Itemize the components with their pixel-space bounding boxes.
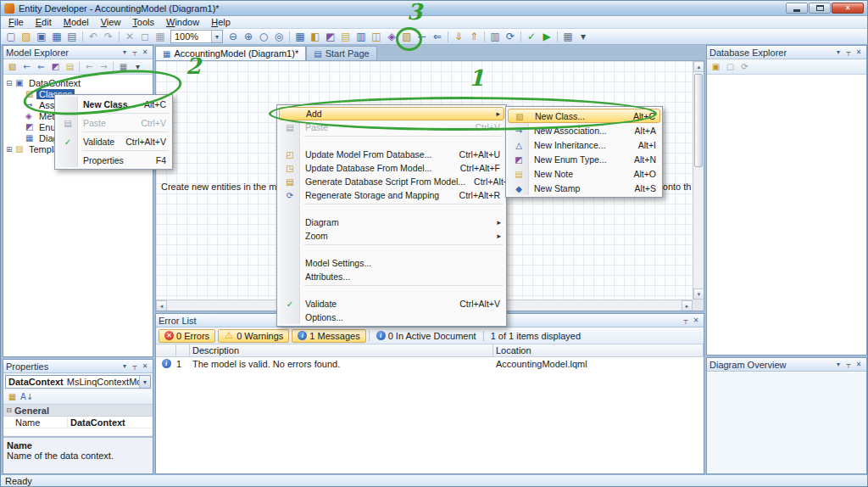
menu-item-new-stamp[interactable]: ◆ New Stamp Alt+S xyxy=(508,181,660,195)
refresh-icon[interactable]: ⟳ xyxy=(737,60,752,74)
menu-bar-item[interactable]: Help xyxy=(205,16,236,28)
close-button[interactable]: ✕ xyxy=(832,3,864,14)
scroll-down-icon[interactable]: ▾ xyxy=(693,288,704,299)
window-position-icon[interactable]: ▾ xyxy=(120,47,130,59)
close-icon[interactable]: ✕ xyxy=(854,359,864,371)
icon-column-header[interactable] xyxy=(156,344,176,356)
snap-grid-icon[interactable]: ▦ xyxy=(153,30,168,44)
collapse-icon[interactable]: ⊟ xyxy=(3,406,14,414)
menu-item-attributes[interactable]: Attributes... xyxy=(279,270,504,283)
close-icon[interactable]: ✕ xyxy=(140,361,150,372)
new-complex-type-icon[interactable]: ◧ xyxy=(308,30,323,44)
new-template-icon[interactable]: ▤ xyxy=(338,30,353,44)
messages-filter-button[interactable]: i 1 Messages xyxy=(292,329,365,343)
database-explorer-content[interactable] xyxy=(707,76,866,355)
number-column-header[interactable] xyxy=(176,344,190,356)
dropdown-arrow-icon[interactable]: ▾ xyxy=(131,60,145,74)
select-tool-icon[interactable]: ◻ xyxy=(137,30,153,44)
diagram-overview-content[interactable] xyxy=(707,372,866,473)
property-row[interactable]: Name DataContext xyxy=(3,417,153,428)
new-diagram-icon[interactable]: ▦ xyxy=(292,30,308,44)
menu-item-validate[interactable]: ✓ Validate Ctrl+Alt+V xyxy=(279,297,504,311)
alphabetical-sort-icon[interactable]: A↓ xyxy=(19,390,34,404)
menu-item-new-class[interactable]: ▧ New Class... Alt+C xyxy=(508,109,660,123)
menu-bar-item[interactable]: Model xyxy=(58,16,95,28)
vertical-scrollbar[interactable]: ▴ ▾ xyxy=(693,61,704,299)
menu-item-update-model-from-database[interactable]: ◰ Update Model From Database... Ctrl+Alt… xyxy=(279,148,504,161)
menu-item-add[interactable]: Add xyxy=(279,107,504,120)
menu-item-paste[interactable]: ▤ Paste Ctrl+V xyxy=(57,115,170,130)
menu-bar-item[interactable]: View xyxy=(95,16,127,28)
refresh-icon[interactable]: ⟳ xyxy=(503,30,518,44)
new-view-icon[interactable]: ▥ xyxy=(353,30,369,44)
layout-diagram-icon[interactable]: ▥ xyxy=(487,30,503,44)
menu-bar-item[interactable]: Edit xyxy=(30,16,58,28)
scroll-up-icon[interactable]: ▴ xyxy=(693,61,704,72)
new-association-icon[interactable]: ← xyxy=(19,60,34,74)
pin-icon[interactable]: ┬ xyxy=(681,315,691,327)
zoom-100-icon[interactable]: ○ xyxy=(256,30,271,44)
tree-item-datacontext[interactable]: ⊟ ▣ DataContext xyxy=(3,77,153,88)
open-model-icon[interactable]: ▨ xyxy=(19,30,34,44)
vertical-scroll-thumb[interactable] xyxy=(694,74,703,167)
categorized-icon[interactable]: ▦ xyxy=(5,390,19,404)
pin-icon[interactable]: ┬ xyxy=(843,47,854,59)
zoom-fit-icon[interactable]: ◎ xyxy=(271,30,287,44)
redo-icon[interactable]: ↷ xyxy=(101,30,116,44)
new-model-icon[interactable]: ▢ xyxy=(3,30,19,44)
menu-item-new-enum-type[interactable]: ◩ New Enum Type... Alt+N xyxy=(508,152,660,166)
print-icon[interactable]: ▤ xyxy=(64,30,80,44)
menu-item-regenerate-storage-and-mapping[interactable]: ⟳ Regenerate Storage and Mapping Ctrl+Al… xyxy=(279,188,504,202)
close-icon[interactable]: ✕ xyxy=(854,47,864,59)
minimize-button[interactable] xyxy=(786,3,808,14)
maximize-button[interactable] xyxy=(809,3,831,14)
zoom-dropdown-icon[interactable]: ▾ xyxy=(211,31,222,42)
zoom-in-icon[interactable]: ⊕ xyxy=(241,30,256,44)
close-icon[interactable]: ✕ xyxy=(140,47,150,59)
new-enum-type-toolbar-icon[interactable]: ◩ xyxy=(323,30,338,44)
menu-item-paste[interactable]: ▤ Paste Ctrl+V xyxy=(279,120,504,134)
new-enum-type-icon[interactable]: ◩ xyxy=(48,60,63,74)
window-position-icon[interactable]: ▾ xyxy=(833,47,843,59)
run-icon[interactable]: ▶ xyxy=(539,30,554,44)
menu-bar-item[interactable]: File xyxy=(3,16,30,28)
menu-item-new-association[interactable]: → New Association... Alt+A xyxy=(508,123,660,137)
scroll-left-icon[interactable]: ◂ xyxy=(156,300,167,311)
new-class-icon[interactable]: ▧ xyxy=(5,60,19,74)
errors-filter-button[interactable]: ✕ 0 Errors xyxy=(159,329,215,343)
tab-start-page[interactable]: ▤ Start Page xyxy=(306,46,376,60)
zoom-out-icon[interactable]: ⊖ xyxy=(225,30,241,44)
menu-item-diagram[interactable]: Diagram xyxy=(279,216,504,229)
expander-icon[interactable]: ⊞ xyxy=(6,145,15,154)
menu-item-generate-database-script[interactable]: ▤ Generate Database Script From Model...… xyxy=(279,175,504,188)
navigate-forward-icon[interactable]: → xyxy=(97,60,111,74)
menu-bar-item[interactable]: Tools xyxy=(126,16,160,28)
menu-item-update-database-from-model[interactable]: ◳ Update Database From Model... Ctrl+Alt… xyxy=(279,161,504,175)
undo-icon[interactable]: ↶ xyxy=(86,30,101,44)
close-icon[interactable]: ✕ xyxy=(691,315,701,327)
menu-item-new-inheritance[interactable]: △ New Inheritance... Alt+I xyxy=(508,137,660,152)
window-position-icon[interactable]: ▾ xyxy=(833,359,843,371)
menu-item-validate[interactable]: ✓ Validate Ctrl+Alt+V xyxy=(57,134,170,148)
new-procedure-icon[interactable]: ◫ xyxy=(369,30,384,44)
new-class-toolbar-icon[interactable]: ▧ xyxy=(399,30,415,44)
warnings-filter-button[interactable]: ⚠ 0 Warnings xyxy=(218,329,289,343)
new-inheritance-toolbar-icon[interactable]: ⇐ xyxy=(430,30,445,44)
pin-icon[interactable]: ┬ xyxy=(130,47,140,59)
menu-bar-item[interactable]: Window xyxy=(160,16,205,28)
save-all-icon[interactable]: ▦ xyxy=(49,30,64,44)
object-selector[interactable]: DataContext MsLinqContextModel ▾ xyxy=(5,375,151,389)
pin-icon[interactable]: ┬ xyxy=(130,361,140,372)
view-options-icon[interactable]: ▦ xyxy=(116,60,131,74)
delete-icon[interactable]: ✕ xyxy=(122,30,137,44)
menu-item-properties[interactable]: Properties F4 xyxy=(57,153,170,167)
menu-item-new-note[interactable]: ▤ New Note Alt+O xyxy=(508,166,660,181)
save-icon[interactable]: ▣ xyxy=(34,30,49,44)
object-dropdown-icon[interactable]: ▾ xyxy=(139,376,150,388)
navigate-back-icon[interactable]: ← xyxy=(82,60,97,74)
new-note-icon[interactable]: ▤ xyxy=(63,60,77,74)
tab-accounting-model[interactable]: ▦ AccountingModel (Diagram1)* xyxy=(155,46,306,60)
grid-options-icon[interactable]: ▦ xyxy=(560,30,576,44)
pin-icon[interactable]: ┬ xyxy=(843,359,854,371)
dropdown-arrow-icon[interactable]: ▾ xyxy=(576,30,591,44)
